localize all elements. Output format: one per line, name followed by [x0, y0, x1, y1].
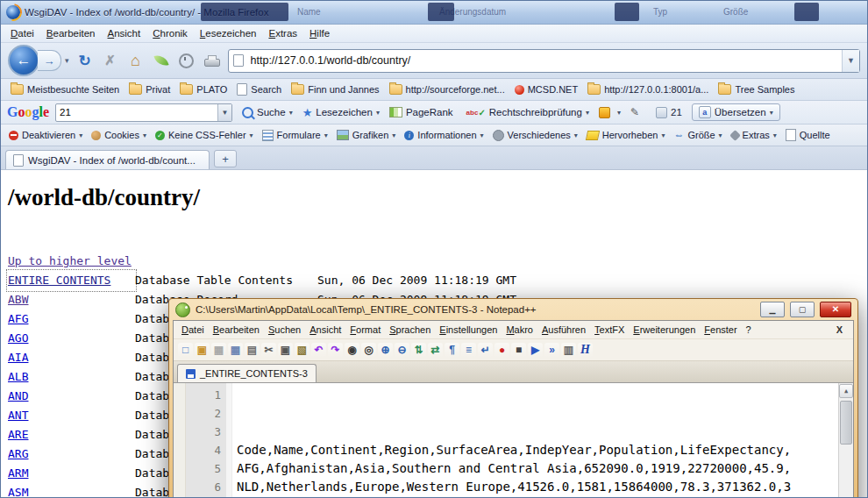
indent-guides-icon[interactable]: ≡ — [461, 343, 476, 358]
entry-link[interactable]: AFG — [8, 309, 135, 329]
new-file-icon[interactable]: □ — [178, 343, 193, 358]
stop-macro-icon[interactable]: ■ — [511, 343, 526, 358]
bookmark-item[interactable]: PLATO — [175, 82, 231, 96]
url-dropdown-button[interactable]: ▼ — [842, 50, 859, 72]
notepad-editor[interactable]: 123456 Code,Name,Continent,Region,Surfac… — [174, 383, 853, 498]
notepad-menu-item[interactable]: Einstellungen — [435, 323, 502, 337]
menu-item[interactable]: Extras — [262, 26, 303, 40]
notepad-menu-item[interactable]: Erweiterungen — [629, 323, 700, 337]
webdev-toolbar-item[interactable]: Keine CSS-Fehler ▾ — [152, 128, 257, 142]
webdev-toolbar-item[interactable]: Größe ▾ — [670, 127, 725, 143]
bookmark-item[interactable]: http://127.0.0.1:8001/a... — [583, 82, 713, 96]
sync-scroll-v-icon[interactable]: ⇅ — [411, 343, 426, 358]
html-view-icon[interactable]: H — [578, 343, 593, 358]
webdev-toolbar-item[interactable]: Formulare ▾ — [259, 128, 331, 143]
entry-link[interactable]: ABW — [8, 290, 135, 309]
google-toolbar-item[interactable]: 21 — [652, 105, 689, 120]
print-button[interactable] — [203, 50, 222, 71]
word-wrap-icon[interactable]: ↵ — [478, 343, 493, 358]
doc-map-icon[interactable]: ▥ — [561, 343, 576, 358]
google-toolbar-item[interactable] — [627, 104, 650, 120]
new-tab-button[interactable]: + — [214, 150, 237, 167]
webdev-toolbar-item[interactable]: Deaktivieren ▾ — [5, 128, 86, 142]
entry-link[interactable]: ENTIRE CONTENTS — [8, 271, 135, 290]
back-button[interactable] — [8, 45, 39, 76]
scroll-up-arrow-icon[interactable]: ▲ — [839, 384, 853, 398]
menu-item[interactable]: Bearbeiten — [40, 26, 102, 40]
menu-item[interactable]: Datei — [4, 26, 40, 40]
menu-item[interactable]: Chronik — [146, 26, 194, 40]
url-input[interactable] — [249, 53, 836, 68]
webdev-toolbar-item[interactable]: Quellte — [782, 127, 837, 143]
notepad-menu-item[interactable]: Ansicht — [305, 323, 345, 337]
bookmark-item[interactable]: Meistbesuchte Seiten — [6, 82, 124, 96]
google-toolbar-item[interactable]: Suche ▾ — [238, 105, 296, 120]
entry-link[interactable]: ARM — [8, 464, 135, 483]
notepad-menu-item[interactable]: Ausführen — [537, 323, 590, 337]
find-icon[interactable]: ◉ — [345, 343, 359, 358]
run-macro-multi-icon[interactable]: » — [544, 343, 559, 358]
bookmark-item[interactable]: Search — [232, 82, 286, 97]
notepad-menu-item[interactable]: TextFX — [590, 323, 629, 337]
replace-icon[interactable]: ◎ — [361, 343, 376, 358]
webdev-toolbar-item[interactable]: Hervorheben ▾ — [583, 128, 669, 142]
google-search-input[interactable] — [56, 107, 217, 117]
sync-scroll-h-icon[interactable]: ⇄ — [428, 343, 443, 358]
undo-icon[interactable]: ↶ — [311, 343, 326, 358]
scrollbar-thumb[interactable] — [840, 401, 852, 445]
bookmark-item[interactable]: MCSD.NET — [510, 82, 582, 96]
entry-link[interactable]: ARG — [8, 445, 135, 464]
record-macro-icon[interactable]: ● — [494, 343, 509, 358]
refresh-button[interactable] — [75, 50, 95, 71]
entry-link[interactable]: ASM — [8, 483, 135, 498]
save-icon[interactable]: ▦ — [211, 343, 226, 358]
editor-text[interactable]: Code,Name,Continent,Region,SurfaceArea,I… — [232, 383, 838, 498]
menu-item[interactable]: Lesezeichen — [194, 26, 263, 40]
feed-button[interactable] — [152, 50, 171, 71]
notepad-menu-item[interactable]: Sprachen — [385, 323, 435, 337]
paste-icon[interactable]: ▧ — [295, 343, 309, 358]
forward-button[interactable] — [38, 50, 61, 71]
notepad-menu-item[interactable]: Fenster — [700, 323, 741, 337]
google-toolbar-item[interactable]: Lesezeichen ▾ — [299, 104, 383, 121]
stop-button[interactable] — [101, 50, 120, 71]
entry-link[interactable]: AIA — [8, 348, 135, 367]
google-toolbar-item[interactable]: Rechtschreibprüfung ▾ — [463, 105, 593, 119]
show-symbols-icon[interactable]: ¶ — [445, 343, 459, 358]
notepad-menu-item[interactable]: Bearbeiten — [209, 323, 264, 337]
notepad-menu-item[interactable]: Datei — [177, 323, 209, 337]
webdev-toolbar-item[interactable]: Cookies ▾ — [88, 128, 150, 142]
menu-item[interactable]: Ansicht — [102, 26, 147, 40]
entry-link[interactable]: ANT — [8, 406, 135, 425]
bookmark-item[interactable]: Tree Samples — [714, 82, 799, 96]
entry-link[interactable]: ARE — [8, 425, 135, 445]
notepad-menu-item[interactable]: Suchen — [264, 323, 305, 337]
webdev-toolbar-item[interactable]: Informationen ▾ — [401, 128, 487, 142]
up-level-link[interactable]: Up to higher level — [8, 252, 132, 271]
cut-icon[interactable]: ✂ — [261, 343, 276, 358]
play-macro-icon[interactable]: ▶ — [528, 343, 543, 358]
copy-icon[interactable]: ▣ — [278, 343, 293, 358]
search-dropdown-button[interactable]: ▼ — [217, 104, 231, 121]
notepad-menu-item[interactable]: Format — [345, 323, 385, 337]
entry-link[interactable]: AGO — [8, 329, 135, 348]
close-document-button[interactable]: X — [836, 324, 850, 335]
google-toolbar-item[interactable]: Übersetzen ▾ — [692, 103, 780, 121]
notepad-titlebar[interactable]: C:\Users\Martin\AppData\Local\Temp\_ENTI… — [173, 299, 854, 320]
bookmark-item[interactable]: Finn und Jannes — [287, 82, 383, 96]
notepad-menu-item[interactable]: ? — [742, 323, 756, 337]
document-tab[interactable]: _ENTIRE_CONTENTS-3 — [177, 364, 317, 382]
zoom-out-icon[interactable]: ⊖ — [395, 343, 409, 358]
zoom-in-icon[interactable]: ⊕ — [378, 343, 393, 358]
print-icon[interactable]: ▤ — [245, 343, 260, 358]
open-folder-icon[interactable]: ▣ — [195, 343, 210, 358]
redo-icon[interactable]: ↷ — [328, 343, 343, 358]
webdev-toolbar-item[interactable]: Extras ▾ — [728, 128, 780, 142]
google-toolbar-item[interactable]: PageRank — [386, 105, 460, 119]
home-button[interactable] — [126, 50, 146, 71]
bookmark-item[interactable]: Privat — [125, 82, 174, 96]
history-dropdown-icon[interactable]: ▾ — [65, 56, 69, 65]
menu-item[interactable]: Hilfe — [303, 26, 336, 40]
entry-link[interactable]: ALB — [8, 367, 135, 387]
maximize-button[interactable]: ▢ — [790, 302, 815, 317]
